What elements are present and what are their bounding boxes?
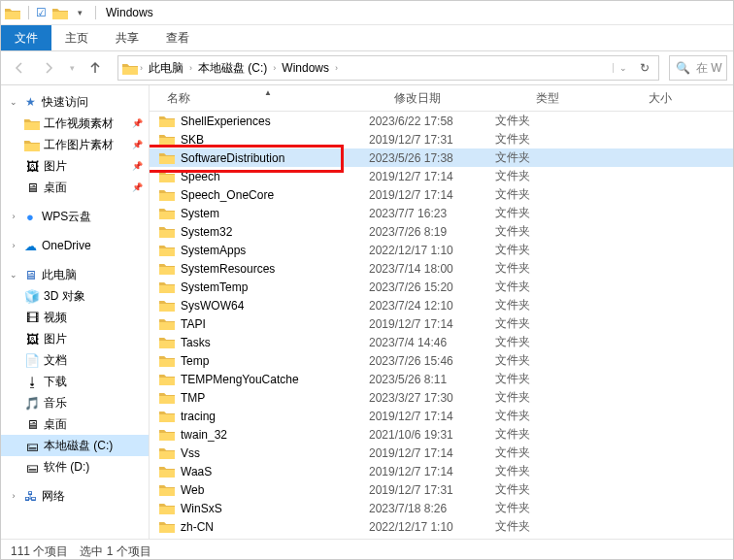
folder-icon <box>159 280 175 293</box>
file-date: 2019/12/7 17:14 <box>361 410 487 423</box>
column-size[interactable]: 大小 <box>641 90 733 107</box>
qat-properties-icon[interactable]: ☑ <box>33 5 49 20</box>
chevron-right-icon[interactable]: › <box>140 63 143 73</box>
sidebar-item-quick-2[interactable]: 🖼图片📌 <box>1 155 149 177</box>
search-box[interactable]: 🔍 在 W <box>669 55 727 81</box>
computer-icon: 🖥 <box>22 267 38 282</box>
3d-icon: 🧊 <box>24 288 40 304</box>
table-row[interactable]: SystemTemp2023/7/26 15:20文件夹 <box>150 278 733 296</box>
chevron-right-icon[interactable]: › <box>273 63 276 73</box>
table-row[interactable]: Vss2019/12/7 17:14文件夹 <box>150 444 733 462</box>
table-row[interactable]: TMP2023/3/27 17:30文件夹 <box>150 388 733 407</box>
file-type: 文件夹 <box>487 186 584 203</box>
tab-home[interactable]: 主页 <box>51 25 102 50</box>
file-type: 文件夹 <box>487 242 584 258</box>
chevron-right-icon[interactable]: › <box>335 63 338 73</box>
sidebar-item-pc-0[interactable]: 🧊3D 对象 <box>1 285 149 307</box>
breadcrumb-thispc[interactable]: 此电脑 <box>145 60 187 77</box>
chevron-down-icon[interactable]: ⌄ <box>9 270 18 280</box>
history-dropdown[interactable]: ▾ <box>65 55 79 81</box>
sidebar-item-pc-7[interactable]: 🖴本地磁盘 (C:) <box>1 435 149 456</box>
table-row[interactable]: Speech2019/12/7 17:14文件夹 <box>150 167 733 185</box>
sidebar-quick-access[interactable]: ⌄ ★ 快速访问 <box>1 91 149 113</box>
sidebar-item-pc-8[interactable]: 🖴软件 (D:) <box>1 456 149 478</box>
sidebar-item-label: 图片 <box>44 158 67 175</box>
chevron-down-icon[interactable]: ⌄ <box>9 97 18 107</box>
table-row[interactable]: zh-CN2022/12/17 1:10文件夹 <box>150 517 733 536</box>
table-row[interactable]: Tasks2023/7/4 14:46文件夹 <box>150 333 733 351</box>
table-row[interactable]: SysWOW642023/7/24 12:10文件夹 <box>150 296 733 314</box>
sidebar-item-pc-6[interactable]: 🖥桌面 <box>1 413 149 435</box>
breadcrumb-windows[interactable]: Windows <box>278 61 333 75</box>
sidebar-item-quick-0[interactable]: 工作视频素材📌 <box>1 113 149 134</box>
file-tab[interactable]: 文件 <box>1 25 51 50</box>
tab-view[interactable]: 查看 <box>152 25 203 50</box>
file-date: 2023/7/4 14:46 <box>361 336 487 349</box>
table-row[interactable]: WinSxS2023/7/18 8:26文件夹 <box>150 499 733 517</box>
table-row[interactable]: System322023/7/26 8:19文件夹 <box>150 222 733 241</box>
forward-button[interactable] <box>36 55 61 81</box>
file-type: 文件夹 <box>487 315 584 332</box>
table-row[interactable]: System2023/7/7 16:23文件夹 <box>150 204 733 222</box>
pin-icon: 📌 <box>132 182 143 192</box>
sidebar-thispc[interactable]: ⌄ 🖥 此电脑 <box>1 264 149 285</box>
table-row[interactable]: WaaS2019/12/7 17:14文件夹 <box>150 462 733 480</box>
chevron-right-icon[interactable]: › <box>189 63 192 73</box>
sidebar-item-label: 工作图片素材 <box>44 137 114 153</box>
refresh-button[interactable]: ↻ <box>635 61 654 75</box>
chevron-right-icon[interactable]: › <box>9 491 18 501</box>
address-bar[interactable]: › 此电脑 › 本地磁盘 (C:) › Windows › ⌄ ↻ <box>117 55 659 81</box>
address-dropdown-icon[interactable]: ⌄ <box>613 63 633 73</box>
folder-icon <box>159 428 175 441</box>
sidebar-item-pc-1[interactable]: 🎞视频 <box>1 307 149 328</box>
file-name: ShellExperiences <box>181 115 271 128</box>
file-date: 2023/7/7 16:23 <box>361 207 487 220</box>
back-button[interactable] <box>7 55 32 81</box>
file-date: 2019/12/7 17:31 <box>361 133 487 147</box>
file-name: SKB <box>181 133 204 147</box>
sidebar-wps[interactable]: › ● WPS云盘 <box>1 206 149 227</box>
column-date[interactable]: 修改日期 <box>386 90 528 107</box>
table-row[interactable]: SystemResources2023/7/14 18:00文件夹 <box>150 259 733 278</box>
sidebar-item-quick-3[interactable]: 🖥桌面📌 <box>1 177 149 198</box>
table-row[interactable]: SystemApps2022/12/17 1:10文件夹 <box>150 241 733 259</box>
sidebar-item-pc-2[interactable]: 🖼图片 <box>1 328 149 349</box>
column-name[interactable]: ▲ 名称 <box>150 90 386 107</box>
table-row[interactable]: Temp2023/7/26 15:46文件夹 <box>150 351 733 370</box>
sidebar-item-pc-4[interactable]: ⭳下载 <box>1 371 149 392</box>
table-row[interactable]: tracing2019/12/7 17:14文件夹 <box>150 407 733 425</box>
table-row[interactable]: TEMPMengYouCatche2023/5/26 8:11文件夹 <box>150 370 733 388</box>
sidebar-item-pc-3[interactable]: 📄文档 <box>1 349 149 371</box>
sidebar-item-quick-1[interactable]: 工作图片素材📌 <box>1 134 149 155</box>
table-row[interactable]: SoftwareDistribution2023/5/26 17:38文件夹 <box>150 148 733 167</box>
tab-share[interactable]: 共享 <box>102 25 152 50</box>
table-row[interactable]: Web2019/12/7 17:31文件夹 <box>150 480 733 499</box>
qat-dropdown-icon[interactable]: ▾ <box>72 5 87 20</box>
up-button[interactable] <box>83 55 108 81</box>
sidebar-item-label: 软件 (D:) <box>44 459 89 476</box>
folder-icon <box>159 225 175 238</box>
column-type[interactable]: 类型 <box>528 90 641 107</box>
file-name: Speech_OneCore <box>181 188 274 202</box>
table-row[interactable]: twain_322021/10/6 19:31文件夹 <box>150 425 733 444</box>
table-row[interactable]: Speech_OneCore2019/12/7 17:14文件夹 <box>150 185 733 204</box>
separator <box>28 6 29 19</box>
folder-icon <box>159 317 175 330</box>
file-date: 2023/7/26 15:46 <box>361 354 487 368</box>
table-row[interactable]: ShellExperiences2023/6/22 17:58文件夹 <box>150 112 733 130</box>
folder-icon <box>159 336 175 348</box>
file-name: TAPI <box>181 317 206 331</box>
file-rows[interactable]: ShellExperiences2023/6/22 17:58文件夹SKB201… <box>150 112 733 539</box>
table-row[interactable]: SKB2019/12/7 17:31文件夹 <box>150 130 733 148</box>
table-row[interactable]: TAPI2019/12/7 17:14文件夹 <box>150 314 733 333</box>
breadcrumb-drive-c[interactable]: 本地磁盘 (C:) <box>194 60 271 77</box>
file-type: 文件夹 <box>487 113 584 129</box>
sidebar-onedrive[interactable]: › ☁ OneDrive <box>1 235 149 256</box>
chevron-right-icon[interactable]: › <box>9 212 18 221</box>
file-type: 文件夹 <box>487 168 584 184</box>
sidebar-item-pc-5[interactable]: 🎵音乐 <box>1 392 149 413</box>
chevron-right-icon[interactable]: › <box>9 241 18 250</box>
folder-icon <box>159 262 175 275</box>
navigation-pane[interactable]: ⌄ ★ 快速访问 工作视频素材📌工作图片素材📌🖼图片📌🖥桌面📌 › ● WPS云… <box>1 85 150 539</box>
sidebar-network[interactable]: › 🖧 网络 <box>1 485 149 507</box>
